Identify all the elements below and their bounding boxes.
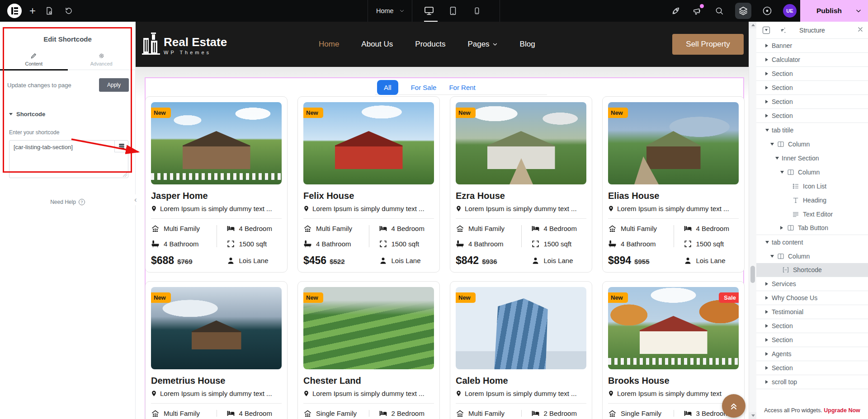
filter-tab-for-sale[interactable]: For Sale: [405, 80, 443, 95]
structure-row-tab-button[interactable]: Tab Button: [756, 221, 868, 235]
nav-item-products[interactable]: Products: [415, 40, 445, 49]
structure-row-tab-titile[interactable]: tab titile: [756, 123, 868, 137]
shortcode-section-toggle[interactable]: Shortcode: [0, 99, 135, 118]
close-icon[interactable]: [857, 26, 863, 33]
family-icon: [608, 409, 617, 418]
structure-row-section[interactable]: Section: [756, 319, 868, 333]
filter-tab-all[interactable]: All: [377, 80, 398, 95]
user-avatar[interactable]: UE: [783, 4, 797, 18]
expand-arrow[interactable]: [765, 380, 772, 384]
add-element-icon[interactable]: +: [29, 5, 36, 16]
property-card[interactable]: New Chester Land Lorem Ipsum is simply d…: [297, 281, 440, 419]
expand-arrow[interactable]: [765, 282, 772, 286]
whats-new-megaphone-icon[interactable]: [692, 5, 703, 17]
nav-item-blog[interactable]: Blog: [520, 40, 535, 49]
structure-row-section[interactable]: Section: [756, 361, 868, 375]
agent: Lois Lane: [521, 256, 587, 265]
structure-row-calculator[interactable]: Calculator: [756, 53, 868, 67]
desktop-device-icon[interactable]: [423, 5, 435, 17]
apply-button[interactable]: Apply: [99, 78, 129, 92]
canvas-scrollbar[interactable]: [749, 22, 756, 419]
nav-item-pages[interactable]: Pages: [467, 40, 497, 49]
expand-arrow[interactable]: [765, 352, 772, 356]
mobile-device-icon[interactable]: [471, 5, 483, 17]
property-card[interactable]: New Jasper Home Lorem Ipsum is simply du…: [145, 96, 288, 273]
structure-row-tab-content[interactable]: tab content: [756, 235, 868, 249]
page-settings-icon[interactable]: [43, 5, 55, 17]
structure-row-text-editor[interactable]: Text Editor: [756, 207, 868, 221]
expand-arrow[interactable]: [775, 157, 782, 160]
history-icon[interactable]: [63, 5, 75, 17]
textarea-resize-handle[interactable]: [123, 173, 127, 177]
structure-row-heading[interactable]: Heading: [756, 193, 868, 207]
publish-options-chevron-icon[interactable]: [855, 8, 862, 14]
scrollbar-up-arrow[interactable]: [749, 22, 757, 28]
expand-arrow[interactable]: [765, 86, 772, 89]
structure-row-shortcode[interactable]: Shortcode: [756, 263, 868, 277]
property-card[interactable]: New Elias House Lorem Ipsum is simply du…: [602, 96, 745, 273]
structure-row-section[interactable]: Section: [756, 95, 868, 109]
document-switcher[interactable]: Home: [376, 0, 405, 22]
expand-arrow[interactable]: [765, 44, 772, 47]
expand-arrow[interactable]: [765, 72, 772, 75]
publish-button[interactable]: Publish: [800, 0, 868, 22]
nav-item-about-us[interactable]: About Us: [361, 40, 393, 49]
structure-row-section[interactable]: Section: [756, 109, 868, 123]
location-pin-icon: [303, 390, 309, 397]
expand-arrow[interactable]: [765, 241, 772, 244]
structure-row-section[interactable]: Section: [756, 67, 868, 81]
topbar-divider: [412, 0, 412, 22]
expand-arrow[interactable]: [765, 366, 772, 370]
panel-collapse-chevron[interactable]: ‹: [134, 194, 137, 205]
preview-eye-icon[interactable]: [761, 5, 773, 17]
tablet-device-icon[interactable]: [447, 5, 459, 17]
expand-arrow[interactable]: [765, 129, 772, 132]
nav-item-home[interactable]: Home: [319, 40, 339, 49]
structure-row-column[interactable]: Column: [756, 165, 868, 179]
property-card[interactable]: New Ezra House Lorem Ipsum is simply dum…: [450, 96, 592, 273]
structure-row-inner-section[interactable]: Inner Section: [756, 151, 868, 165]
sell-property-button[interactable]: Sell Property: [672, 34, 744, 55]
structure-row-icon-list[interactable]: Icon List: [756, 179, 868, 193]
tab-content[interactable]: Content: [0, 49, 68, 70]
structure-row-services[interactable]: Services: [756, 277, 868, 291]
expand-arrow[interactable]: [765, 100, 772, 104]
dynamic-tags-button[interactable]: [114, 141, 128, 152]
property-card[interactable]: New Caleb Home Lorem Ipsum is simply dum…: [450, 281, 592, 419]
expand-arrow[interactable]: [770, 255, 777, 258]
expand-arrow[interactable]: [765, 324, 772, 328]
structure-row-column[interactable]: Column: [756, 137, 868, 151]
expand-arrow[interactable]: [765, 58, 772, 61]
structure-layers-icon[interactable]: [735, 3, 751, 19]
upgrade-now-link[interactable]: Upgrade Now: [824, 407, 860, 414]
structure-row-why-choose-us[interactable]: Why Choose Us: [756, 291, 868, 305]
structure-row-scroll-top[interactable]: scroll top: [756, 375, 868, 389]
structure-row-section[interactable]: Section: [756, 333, 868, 347]
scrollbar-down-arrow[interactable]: [749, 412, 757, 419]
structure-row-agents[interactable]: Agents: [756, 347, 868, 361]
need-help-link[interactable]: Need Help ?: [0, 199, 135, 205]
scroll-to-top-button[interactable]: [722, 394, 745, 418]
structure-row-column[interactable]: Column: [756, 249, 868, 263]
expand-arrow[interactable]: [780, 171, 787, 174]
filter-tab-for-rent[interactable]: For Rent: [443, 80, 481, 95]
property-card[interactable]: New Demetrius House Lorem Ipsum is simpl…: [145, 281, 288, 419]
search-icon[interactable]: [713, 5, 725, 17]
structure-row-section[interactable]: Section: [756, 81, 868, 95]
rocket-icon[interactable]: [670, 5, 682, 17]
shortcode-textarea[interactable]: [car-listing-tab-section]: [9, 140, 128, 178]
expand-arrow[interactable]: [765, 338, 772, 342]
property-card[interactable]: New Sale Brooks House Lorem Ipsum is sim…: [602, 281, 745, 419]
scrollbar-thumb[interactable]: [750, 266, 755, 283]
structure-row-testimonial[interactable]: Testimonial: [756, 305, 868, 319]
property-card[interactable]: New Felix House Lorem Ipsum is simply du…: [297, 96, 440, 273]
expand-arrow[interactable]: [765, 296, 772, 300]
expand-arrow[interactable]: [765, 310, 772, 314]
structure-row-banner[interactable]: Banner: [756, 39, 868, 53]
tab-advanced[interactable]: Advanced: [68, 49, 136, 70]
elementor-logo[interactable]: [7, 4, 22, 18]
site-logo[interactable]: Real Estate WP Themes: [142, 32, 227, 55]
expand-arrow[interactable]: [765, 114, 772, 118]
expand-arrow[interactable]: [770, 143, 777, 146]
expand-arrow[interactable]: [780, 226, 787, 230]
